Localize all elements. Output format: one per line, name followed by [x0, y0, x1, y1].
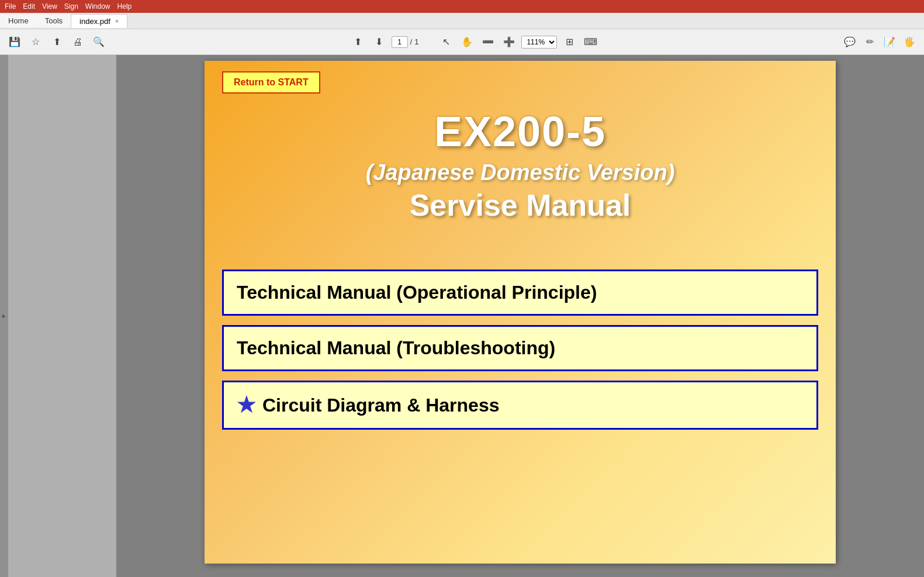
- menu-help[interactable]: Help: [117, 2, 132, 11]
- toolbar: 💾 ☆ ⬆ 🖨 🔍 ⬆ ⬇ / 1 ↖ ✋ ➖ ➕ 111% 100% 75% …: [0, 29, 924, 55]
- menu-file[interactable]: File: [5, 2, 16, 11]
- annotate-button[interactable]: 📝: [881, 33, 898, 51]
- pdf-page: Return to START EX200-5 (Japanese Domest…: [205, 61, 836, 564]
- upload-button[interactable]: ⬆: [48, 33, 65, 51]
- page-navigation: ⬆ ⬇ / 1 ↖ ✋ ➖ ➕ 111% 100% 75% 50% ⊞ ⌨: [349, 33, 600, 51]
- page-total: 1: [414, 37, 418, 46]
- comment-button[interactable]: 💬: [841, 33, 859, 51]
- page-down-button[interactable]: ⬇: [371, 33, 388, 51]
- menu-window[interactable]: Window: [85, 2, 110, 11]
- return-to-start-button[interactable]: Return to START: [222, 71, 320, 94]
- link-circuit-diagram[interactable]: ★ Circuit Diagram & Harness: [222, 381, 818, 430]
- zoom-in-button[interactable]: ➕: [500, 33, 518, 51]
- zoom-selector[interactable]: 111% 100% 75% 50%: [521, 36, 557, 49]
- bookmark-button[interactable]: ☆: [27, 33, 44, 51]
- pdf-links: Technical Manual (Operational Principle)…: [205, 234, 836, 447]
- tab-file[interactable]: index.pdf ×: [71, 14, 127, 28]
- link-technical-operational[interactable]: Technical Manual (Operational Principle): [222, 270, 818, 316]
- save-button[interactable]: 💾: [6, 33, 23, 51]
- find-button[interactable]: ⌨: [582, 33, 599, 51]
- pdf-viewport: Return to START EX200-5 (Japanese Domest…: [116, 55, 924, 577]
- stamp-button[interactable]: 🖐: [901, 33, 918, 51]
- star-icon: ★: [237, 393, 255, 417]
- page-indicator: / 1: [392, 36, 419, 48]
- tab-close-button[interactable]: ×: [115, 18, 119, 25]
- hand-tool-button[interactable]: ✋: [458, 33, 476, 51]
- tab-bar: Home Tools index.pdf ×: [0, 13, 924, 29]
- tab-home[interactable]: Home: [0, 14, 37, 27]
- menu-edit[interactable]: Edit: [23, 2, 35, 11]
- menu-view[interactable]: View: [42, 2, 57, 11]
- cursor-tool-button[interactable]: ↖: [437, 33, 455, 51]
- pdf-main-title: EX200-5: [205, 108, 836, 156]
- link-technical-troubleshooting[interactable]: Technical Manual (Troubleshooting): [222, 325, 818, 371]
- thumbnail-panel: [8, 55, 116, 577]
- pdf-subtitle2: Servise Manual: [205, 188, 836, 223]
- tab-tools[interactable]: Tools: [37, 14, 71, 27]
- link-circuit-label: Circuit Diagram & Harness: [262, 395, 499, 416]
- page-separator: /: [410, 37, 413, 46]
- title-bar: File Edit View Sign Window Help: [0, 0, 924, 13]
- zoom-out-button[interactable]: ➖: [479, 33, 497, 51]
- tab-filename: index.pdf: [79, 17, 110, 26]
- print-button[interactable]: 🖨: [69, 33, 86, 51]
- main-area: ► Return to START EX200-5 (Japanese Dome…: [0, 55, 924, 577]
- toolbar-right: 💬 ✏ 📝 🖐: [841, 33, 918, 51]
- sidebar-toggle[interactable]: ►: [0, 55, 8, 577]
- pen-button[interactable]: ✏: [861, 33, 878, 51]
- menu-sign[interactable]: Sign: [64, 2, 78, 11]
- page-up-button[interactable]: ⬆: [349, 33, 367, 51]
- page-number-input[interactable]: [392, 36, 408, 48]
- snapshot-button[interactable]: ⊞: [560, 33, 578, 51]
- pdf-subtitle1: (Japanese Domestic Version): [205, 160, 836, 185]
- zoom-toolbar-button[interactable]: 🔍: [90, 33, 108, 51]
